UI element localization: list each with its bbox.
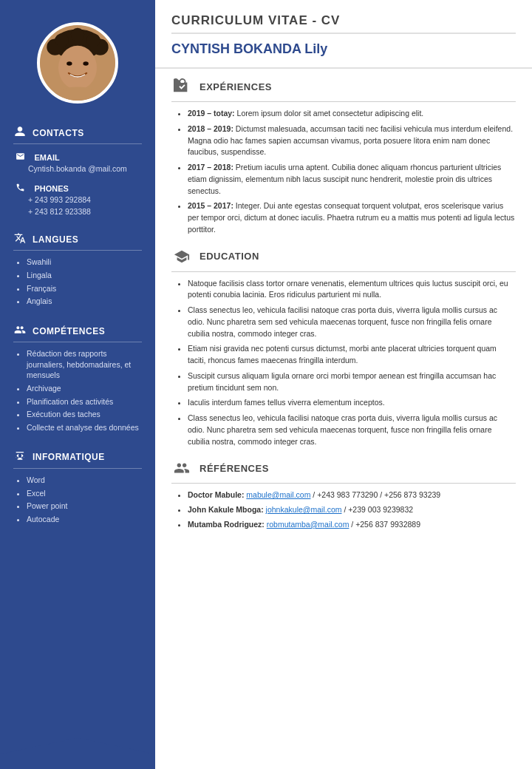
references-list: Doctor Mabule: mabule@mail.com / +243 98… xyxy=(171,489,516,530)
references-title: RÉFÉRENCES xyxy=(200,463,269,474)
svg-point-6 xyxy=(71,28,85,42)
main-content: CURRICULUM VITAE - CV CYNTISH BOKANDA Li… xyxy=(155,0,532,769)
cv-title: CURRICULUM VITAE - CV xyxy=(171,13,516,28)
langues-icon xyxy=(13,232,27,246)
cv-name: CYNTISH BOKANDA Lily xyxy=(171,41,516,57)
phones-label: PHONES xyxy=(34,184,68,193)
langues-header: LANGUES xyxy=(13,232,142,251)
langues-section: LANGUES SwahiliLingalaFrançaisAnglais xyxy=(0,225,155,316)
ref-email-link[interactable]: robmutamba@mail.com xyxy=(267,520,349,529)
education-list: Natoque facilisis class tortor ornare ve… xyxy=(171,278,516,448)
list-item: Collecte et analyse des données xyxy=(27,422,142,433)
education-icon xyxy=(171,246,192,267)
contacts-icon xyxy=(13,126,27,140)
references-icon xyxy=(171,458,192,478)
list-item: Planification des activités xyxy=(27,396,142,407)
references-header: RÉFÉRENCES xyxy=(171,458,516,478)
experiences-title: EXPÉRIENCES xyxy=(200,81,272,92)
email-block: EMAIL Cyntish.bokanda @mail.com xyxy=(13,150,142,175)
sidebar: CONTACTS EMAIL Cyntish.bokanda @mail.com… xyxy=(0,0,155,769)
svg-point-7 xyxy=(58,46,97,89)
list-item: Doctor Mabule: mabule@mail.com / +243 98… xyxy=(188,489,516,501)
list-item: Suscipit cursus aliquam ligula ornare or… xyxy=(188,370,516,394)
list-item: Swahili xyxy=(27,257,142,268)
experiences-header: EXPÉRIENCES xyxy=(171,76,516,97)
list-item: Iaculis interdum fames tellus viverra el… xyxy=(188,397,516,409)
informatique-title: INFORMATIQUE xyxy=(33,452,105,462)
list-item: Mutamba Rodriguez: robmutamba@mail.com /… xyxy=(188,519,516,531)
contacts-title: CONTACTS xyxy=(33,128,84,138)
education-divider xyxy=(171,271,516,272)
list-item: Français xyxy=(27,283,142,294)
ref-email-link[interactable]: johnkakule@mail.com xyxy=(266,505,342,514)
sidebar-arrow xyxy=(0,738,155,754)
informatique-section: INFORMATIQUE WordExcelPower pointAutocad… xyxy=(0,443,155,535)
education-header: EDUCATION xyxy=(171,246,516,267)
experiences-icon xyxy=(171,76,192,97)
langues-list: SwahiliLingalaFrançaisAnglais xyxy=(13,257,142,307)
cv-title-divider xyxy=(171,33,516,34)
list-item: Lingala xyxy=(27,270,142,281)
svg-point-5 xyxy=(86,33,100,47)
contacts-section: CONTACTS EMAIL Cyntish.bokanda @mail.com… xyxy=(0,118,155,225)
contacts-header: CONTACTS xyxy=(13,126,142,144)
list-item: Natoque facilisis class tortor ornare ve… xyxy=(188,278,516,302)
svg-point-8 xyxy=(66,61,72,66)
list-item: Etiam nisi gravida nec potenti cursus di… xyxy=(188,343,516,367)
list-item: Exécution des taches xyxy=(27,409,142,420)
phone1: + 243 993 292884 xyxy=(13,194,142,206)
list-item: Excel xyxy=(27,488,142,499)
competences-title: COMPÉTENCES xyxy=(33,326,105,336)
email-icon xyxy=(13,152,27,163)
list-item: 2015 – 2017: Integer. Dui ante egestas c… xyxy=(188,200,516,235)
informatique-icon xyxy=(13,450,27,464)
ref-email-link[interactable]: mabule@mail.com xyxy=(246,490,310,499)
references-divider xyxy=(171,483,516,484)
informatique-header: INFORMATIQUE xyxy=(13,450,142,469)
list-item: Class senectus leo, vehicula facilisi na… xyxy=(188,413,516,447)
email-value: Cyntish.bokanda @mail.com xyxy=(13,163,142,175)
competences-icon xyxy=(13,324,27,338)
list-item: Power point xyxy=(27,501,142,512)
list-item: Autocade xyxy=(27,514,142,525)
list-item: John Kakule Mboga: johnkakule@mail.com /… xyxy=(188,504,516,516)
email-label: EMAIL xyxy=(34,153,59,162)
experiences-section: EXPÉRIENCES 2019 – totay: Lorem ipsum do… xyxy=(171,76,516,236)
list-item: Word xyxy=(27,475,142,486)
list-item: 2017 – 2018: Pretium iaculis urna aptent… xyxy=(188,162,516,197)
education-section: EDUCATION Natoque facilisis class tortor… xyxy=(171,246,516,448)
competences-header: COMPÉTENCES xyxy=(13,324,142,342)
cv-sections: EXPÉRIENCES 2019 – totay: Lorem ipsum do… xyxy=(155,69,532,769)
phone-icon xyxy=(13,183,27,194)
references-section: RÉFÉRENCES Doctor Mabule: mabule@mail.co… xyxy=(171,458,516,530)
list-item: Archivage xyxy=(27,383,142,394)
svg-point-9 xyxy=(83,61,88,66)
experiences-divider xyxy=(171,101,516,102)
informatique-list: WordExcelPower pointAutocade xyxy=(13,475,142,525)
list-item: Anglais xyxy=(27,296,142,307)
langues-title: LANGUES xyxy=(33,234,78,245)
experiences-list: 2019 – totay: Lorem ipsum dolor sit amet… xyxy=(171,108,516,236)
list-item: Rédaction des rapports journaliers, hebd… xyxy=(27,348,142,381)
avatar xyxy=(37,22,118,104)
main-header: CURRICULUM VITAE - CV CYNTISH BOKANDA Li… xyxy=(155,0,532,69)
list-item: Class senectus leo, vehicula facilisi na… xyxy=(188,305,516,339)
education-title: EDUCATION xyxy=(200,251,259,262)
competences-section: COMPÉTENCES Rédaction des rapports journ… xyxy=(0,316,155,443)
list-item: 2018 – 2019: Dictumst malesuada, accumsa… xyxy=(188,123,516,158)
competences-list: Rédaction des rapports journaliers, hebd… xyxy=(13,348,142,433)
phone2: + 243 812 923388 xyxy=(13,206,142,218)
list-item: 2019 – totay: Lorem ipsum dolor sit amet… xyxy=(188,108,516,120)
svg-point-4 xyxy=(55,33,69,47)
phones-block: PHONES + 243 993 292884 + 243 812 923388 xyxy=(13,181,142,218)
